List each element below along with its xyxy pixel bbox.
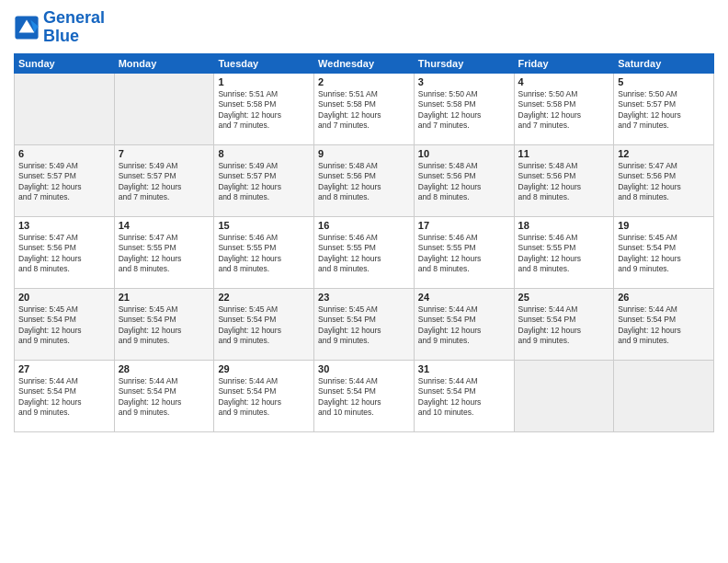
calendar-cell: 6Sunrise: 5:49 AM Sunset: 5:57 PM Daylig… xyxy=(15,144,115,216)
header-cell-tuesday: Tuesday xyxy=(214,53,314,73)
day-number: 8 xyxy=(218,148,310,159)
calendar-cell: 25Sunrise: 5:44 AM Sunset: 5:54 PM Dayli… xyxy=(514,288,614,360)
day-number: 20 xyxy=(18,292,110,303)
day-info: Sunrise: 5:51 AM Sunset: 5:58 PM Dayligh… xyxy=(318,89,410,132)
day-info: Sunrise: 5:45 AM Sunset: 5:54 PM Dayligh… xyxy=(318,304,410,347)
day-number: 10 xyxy=(418,148,510,159)
day-number: 23 xyxy=(318,292,410,303)
week-row: 20Sunrise: 5:45 AM Sunset: 5:54 PM Dayli… xyxy=(15,288,714,360)
day-info: Sunrise: 5:49 AM Sunset: 5:57 PM Dayligh… xyxy=(119,161,210,203)
calendar-cell: 18Sunrise: 5:46 AM Sunset: 5:55 PM Dayli… xyxy=(514,216,614,288)
day-info: Sunrise: 5:48 AM Sunset: 5:56 PM Dayligh… xyxy=(518,161,610,203)
day-info: Sunrise: 5:45 AM Sunset: 5:54 PM Dayligh… xyxy=(18,304,110,347)
header-cell-wednesday: Wednesday xyxy=(314,53,415,73)
day-info: Sunrise: 5:48 AM Sunset: 5:56 PM Dayligh… xyxy=(418,161,510,203)
day-number: 12 xyxy=(618,148,710,159)
day-number: 28 xyxy=(119,363,210,374)
calendar-cell: 23Sunrise: 5:45 AM Sunset: 5:54 PM Dayli… xyxy=(314,288,415,360)
day-number: 19 xyxy=(618,220,710,231)
calendar-cell xyxy=(514,360,614,431)
day-info: Sunrise: 5:50 AM Sunset: 5:57 PM Dayligh… xyxy=(618,89,710,132)
calendar-cell: 16Sunrise: 5:46 AM Sunset: 5:55 PM Dayli… xyxy=(314,216,415,288)
day-number: 30 xyxy=(318,363,410,374)
day-number: 15 xyxy=(218,220,310,231)
day-info: Sunrise: 5:47 AM Sunset: 5:56 PM Dayligh… xyxy=(618,161,710,203)
day-info: Sunrise: 5:49 AM Sunset: 5:57 PM Dayligh… xyxy=(218,161,310,203)
header-cell-monday: Monday xyxy=(114,53,214,73)
week-row: 1Sunrise: 5:51 AM Sunset: 5:58 PM Daylig… xyxy=(15,73,714,144)
day-info: Sunrise: 5:45 AM Sunset: 5:54 PM Dayligh… xyxy=(119,304,210,347)
calendar-cell: 11Sunrise: 5:48 AM Sunset: 5:56 PM Dayli… xyxy=(514,144,614,216)
calendar-cell: 13Sunrise: 5:47 AM Sunset: 5:56 PM Dayli… xyxy=(15,216,115,288)
calendar-cell: 22Sunrise: 5:45 AM Sunset: 5:54 PM Dayli… xyxy=(214,288,314,360)
week-row: 13Sunrise: 5:47 AM Sunset: 5:56 PM Dayli… xyxy=(15,216,714,288)
calendar-cell: 29Sunrise: 5:44 AM Sunset: 5:54 PM Dayli… xyxy=(214,360,314,431)
day-number: 31 xyxy=(418,363,510,374)
day-number: 17 xyxy=(418,220,510,231)
calendar-cell: 27Sunrise: 5:44 AM Sunset: 5:54 PM Dayli… xyxy=(15,360,115,431)
header-cell-friday: Friday xyxy=(514,53,614,73)
day-info: Sunrise: 5:46 AM Sunset: 5:55 PM Dayligh… xyxy=(418,233,510,275)
week-row: 27Sunrise: 5:44 AM Sunset: 5:54 PM Dayli… xyxy=(15,360,714,431)
calendar-cell: 10Sunrise: 5:48 AM Sunset: 5:56 PM Dayli… xyxy=(414,144,514,216)
day-info: Sunrise: 5:44 AM Sunset: 5:54 PM Dayligh… xyxy=(618,304,710,347)
header-cell-thursday: Thursday xyxy=(414,53,514,73)
calendar-cell: 8Sunrise: 5:49 AM Sunset: 5:57 PM Daylig… xyxy=(214,144,314,216)
calendar-cell: 7Sunrise: 5:49 AM Sunset: 5:57 PM Daylig… xyxy=(114,144,214,216)
day-info: Sunrise: 5:45 AM Sunset: 5:54 PM Dayligh… xyxy=(618,233,710,275)
day-info: Sunrise: 5:50 AM Sunset: 5:58 PM Dayligh… xyxy=(518,89,610,132)
logo-text: General Blue xyxy=(43,9,105,46)
day-number: 3 xyxy=(418,76,510,87)
calendar-cell: 30Sunrise: 5:44 AM Sunset: 5:54 PM Dayli… xyxy=(314,360,415,431)
day-info: Sunrise: 5:44 AM Sunset: 5:54 PM Dayligh… xyxy=(18,376,110,419)
day-number: 2 xyxy=(318,76,410,87)
calendar-cell: 15Sunrise: 5:46 AM Sunset: 5:55 PM Dayli… xyxy=(214,216,314,288)
day-info: Sunrise: 5:44 AM Sunset: 5:54 PM Dayligh… xyxy=(218,376,310,419)
header-cell-sunday: Sunday xyxy=(15,53,115,73)
day-number: 1 xyxy=(218,76,310,87)
day-number: 4 xyxy=(518,76,610,87)
calendar-cell: 12Sunrise: 5:47 AM Sunset: 5:56 PM Dayli… xyxy=(614,144,714,216)
logo: General Blue xyxy=(14,9,105,46)
calendar-cell: 17Sunrise: 5:46 AM Sunset: 5:55 PM Dayli… xyxy=(414,216,514,288)
day-info: Sunrise: 5:46 AM Sunset: 5:55 PM Dayligh… xyxy=(318,233,410,275)
day-number: 5 xyxy=(618,76,710,87)
calendar-cell xyxy=(15,73,115,144)
calendar-cell: 1Sunrise: 5:51 AM Sunset: 5:58 PM Daylig… xyxy=(214,73,314,144)
day-number: 22 xyxy=(218,292,310,303)
calendar-cell: 20Sunrise: 5:45 AM Sunset: 5:54 PM Dayli… xyxy=(15,288,115,360)
calendar-cell: 24Sunrise: 5:44 AM Sunset: 5:54 PM Dayli… xyxy=(414,288,514,360)
day-info: Sunrise: 5:47 AM Sunset: 5:56 PM Dayligh… xyxy=(18,233,110,275)
day-number: 6 xyxy=(18,148,110,159)
day-number: 14 xyxy=(119,220,210,231)
day-number: 11 xyxy=(518,148,610,159)
calendar-cell xyxy=(114,73,214,144)
header-row: SundayMondayTuesdayWednesdayThursdayFrid… xyxy=(15,53,714,73)
day-info: Sunrise: 5:48 AM Sunset: 5:56 PM Dayligh… xyxy=(318,161,410,203)
calendar-cell: 9Sunrise: 5:48 AM Sunset: 5:56 PM Daylig… xyxy=(314,144,415,216)
day-info: Sunrise: 5:44 AM Sunset: 5:54 PM Dayligh… xyxy=(119,376,210,419)
day-info: Sunrise: 5:45 AM Sunset: 5:54 PM Dayligh… xyxy=(218,304,310,347)
day-number: 24 xyxy=(418,292,510,303)
day-info: Sunrise: 5:44 AM Sunset: 5:54 PM Dayligh… xyxy=(518,304,610,347)
day-info: Sunrise: 5:49 AM Sunset: 5:57 PM Dayligh… xyxy=(18,161,110,203)
calendar-cell: 19Sunrise: 5:45 AM Sunset: 5:54 PM Dayli… xyxy=(614,216,714,288)
general-blue-icon xyxy=(14,15,40,40)
day-info: Sunrise: 5:46 AM Sunset: 5:55 PM Dayligh… xyxy=(218,233,310,275)
calendar-cell: 2Sunrise: 5:51 AM Sunset: 5:58 PM Daylig… xyxy=(314,73,415,144)
calendar-cell: 31Sunrise: 5:44 AM Sunset: 5:54 PM Dayli… xyxy=(414,360,514,431)
day-number: 16 xyxy=(318,220,410,231)
day-info: Sunrise: 5:47 AM Sunset: 5:55 PM Dayligh… xyxy=(119,233,210,275)
calendar-cell: 21Sunrise: 5:45 AM Sunset: 5:54 PM Dayli… xyxy=(114,288,214,360)
day-number: 13 xyxy=(18,220,110,231)
calendar-cell xyxy=(614,360,714,431)
day-info: Sunrise: 5:44 AM Sunset: 5:54 PM Dayligh… xyxy=(418,304,510,347)
calendar-cell: 4Sunrise: 5:50 AM Sunset: 5:58 PM Daylig… xyxy=(514,73,614,144)
header-cell-saturday: Saturday xyxy=(614,53,714,73)
day-number: 9 xyxy=(318,148,410,159)
day-info: Sunrise: 5:46 AM Sunset: 5:55 PM Dayligh… xyxy=(518,233,610,275)
day-number: 7 xyxy=(119,148,210,159)
day-number: 27 xyxy=(18,363,110,374)
day-number: 26 xyxy=(618,292,710,303)
calendar-cell: 3Sunrise: 5:50 AM Sunset: 5:58 PM Daylig… xyxy=(414,73,514,144)
